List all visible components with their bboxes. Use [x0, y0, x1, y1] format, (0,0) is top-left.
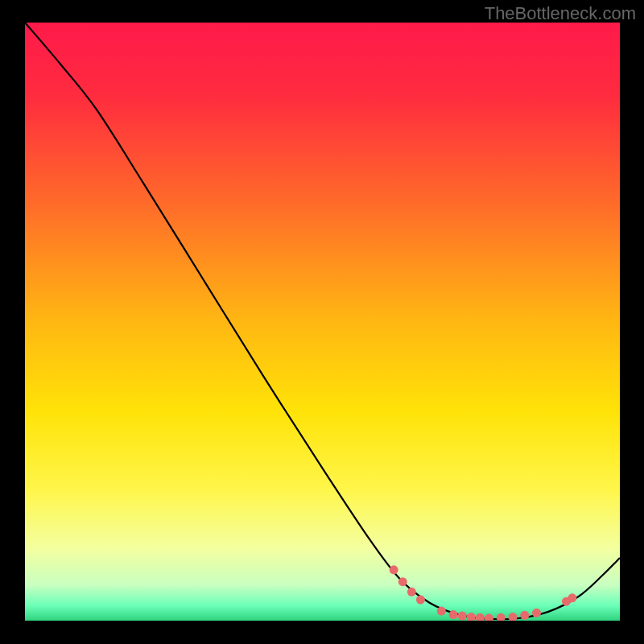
data-marker [568, 593, 576, 602]
data-marker [476, 613, 485, 621]
data-marker [437, 607, 446, 616]
data-marker [508, 613, 517, 621]
data-marker [520, 611, 529, 620]
data-marker [467, 613, 476, 621]
data-marker [485, 614, 493, 621]
bottleneck-curve [25, 23, 620, 619]
data-marker [532, 609, 541, 617]
attribution-text: TheBottleneck.com [485, 3, 636, 24]
chart-area [25, 23, 620, 621]
data-marker [458, 612, 467, 621]
curve-overlay [25, 23, 620, 621]
data-marker [497, 613, 506, 621]
data-marker [398, 577, 407, 586]
data-marker [416, 595, 425, 604]
data-marker [390, 565, 398, 574]
data-marker [449, 610, 458, 619]
data-marker [407, 588, 416, 597]
